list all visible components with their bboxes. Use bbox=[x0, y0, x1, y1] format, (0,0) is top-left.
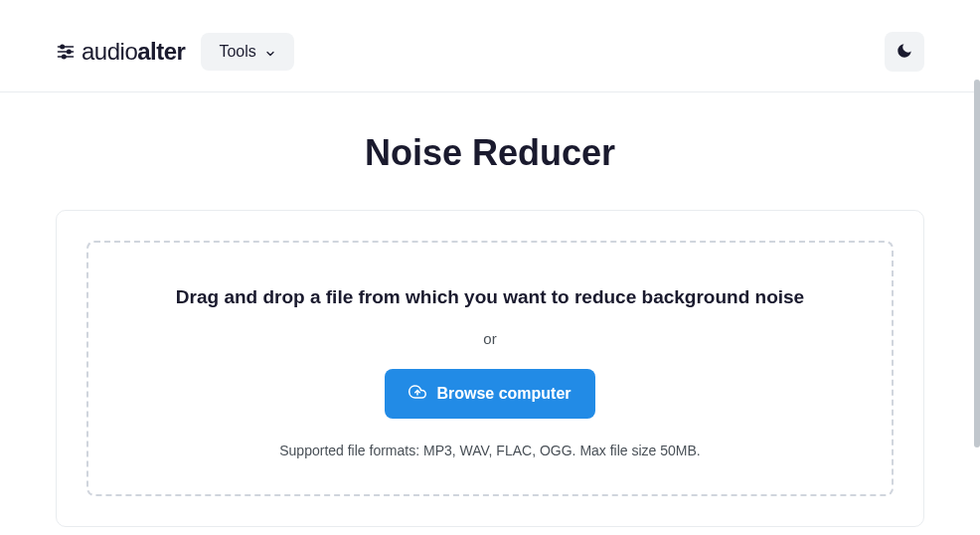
logo-text: audioalter bbox=[82, 38, 185, 66]
svg-point-5 bbox=[63, 55, 66, 58]
browse-computer-button[interactable]: Browse computer bbox=[385, 369, 594, 419]
dropzone-instruction: Drag and drop a file from which you want… bbox=[108, 286, 872, 308]
page-title: Noise Reducer bbox=[56, 132, 924, 174]
svg-point-4 bbox=[68, 50, 71, 53]
tools-dropdown-button[interactable]: Tools bbox=[201, 33, 293, 71]
sliders-icon bbox=[56, 42, 76, 62]
upload-card: Drag and drop a file from which you want… bbox=[56, 210, 924, 527]
scrollbar-thumb[interactable] bbox=[974, 80, 980, 447]
moon-icon bbox=[896, 42, 913, 63]
header-left: audioalter Tools bbox=[56, 33, 294, 71]
cloud-upload-icon bbox=[408, 383, 426, 405]
svg-point-3 bbox=[61, 45, 64, 48]
browse-button-label: Browse computer bbox=[436, 385, 571, 403]
file-dropzone[interactable]: Drag and drop a file from which you want… bbox=[86, 241, 894, 496]
logo[interactable]: audioalter bbox=[56, 38, 185, 66]
vertical-scrollbar[interactable] bbox=[974, 0, 980, 535]
main-content: Noise Reducer Drag and drop a file from … bbox=[0, 92, 980, 535]
dropzone-or-label: or bbox=[108, 330, 872, 347]
chevron-down-icon bbox=[264, 46, 276, 58]
header: audioalter Tools bbox=[0, 0, 980, 92]
theme-toggle-button[interactable] bbox=[885, 32, 924, 72]
supported-formats-text: Supported file formats: MP3, WAV, FLAC, … bbox=[108, 443, 872, 458]
tools-label: Tools bbox=[219, 43, 255, 61]
